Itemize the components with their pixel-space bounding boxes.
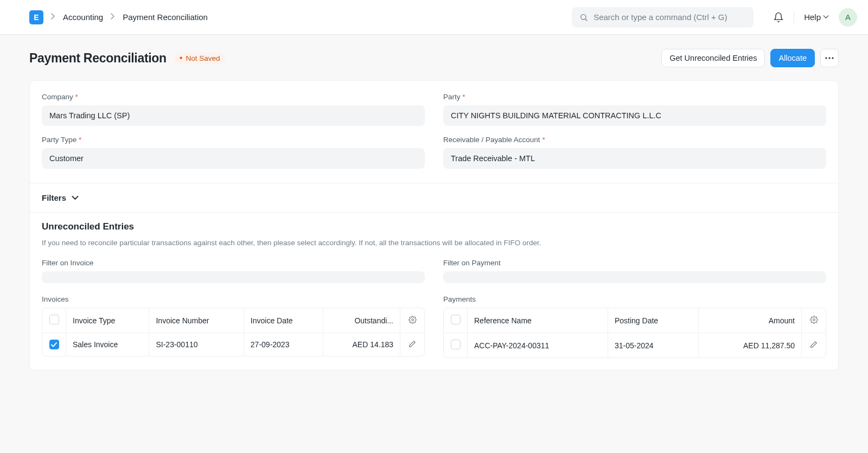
main-card: Company * Mars Trading LLC (SP) Party * … bbox=[29, 80, 839, 371]
cell-posting-date: 31-05-2024 bbox=[608, 333, 699, 358]
party-field: Party * CITY NIGHTS BUILDING MATERIAL CO… bbox=[443, 93, 826, 126]
party-type-label: Party Type * bbox=[42, 136, 425, 144]
svg-point-2 bbox=[825, 57, 827, 59]
checkbox-icon bbox=[451, 315, 461, 324]
logo-letter: E bbox=[34, 13, 39, 22]
party-type-input[interactable]: Customer bbox=[42, 148, 425, 169]
allocate-button[interactable]: Allocate bbox=[770, 49, 815, 67]
page-header-left: Payment Reconciliation • Not Saved bbox=[29, 51, 226, 66]
tables-row: Invoices Invoice Type Invoice Number Inv… bbox=[42, 295, 826, 358]
gear-icon bbox=[409, 316, 417, 324]
row-edit-button[interactable] bbox=[400, 333, 424, 356]
filter-inputs-row: Filter on Invoice Filter on Payment bbox=[42, 259, 826, 283]
breadcrumb-accounting[interactable]: Accounting bbox=[63, 12, 103, 22]
row-edit-button[interactable] bbox=[802, 333, 826, 358]
unreconciled-help: If you need to reconcile particular tran… bbox=[42, 239, 826, 247]
payments-table: Reference Name Posting Date Amount bbox=[443, 308, 826, 358]
checkbox-icon bbox=[451, 340, 461, 349]
cell-invoice-number: SI-23-00110 bbox=[149, 333, 244, 356]
checkbox-checked-icon bbox=[49, 340, 59, 349]
app-logo[interactable]: E bbox=[29, 10, 43, 24]
party-label: Party * bbox=[443, 93, 826, 101]
payments-label: Payments bbox=[443, 295, 826, 303]
get-unreconciled-button[interactable]: Get Unreconciled Entries bbox=[661, 49, 765, 67]
page-actions: Get Unreconciled Entries Allocate bbox=[661, 49, 839, 67]
table-row[interactable]: ACC-PAY-2024-00311 31-05-2024 AED 11,287… bbox=[444, 333, 826, 358]
nav-left: E Accounting Payment Reconciliation bbox=[29, 10, 572, 24]
table-settings-button[interactable] bbox=[802, 308, 826, 333]
user-avatar[interactable]: A bbox=[839, 8, 857, 27]
search-icon bbox=[579, 13, 588, 22]
svg-point-3 bbox=[828, 57, 830, 59]
help-menu[interactable]: Help bbox=[804, 12, 829, 22]
svg-line-1 bbox=[585, 19, 587, 21]
filter-payment-field: Filter on Payment bbox=[443, 259, 826, 283]
company-label: Company * bbox=[42, 93, 425, 101]
invoices-table: Invoice Type Invoice Number Invoice Date… bbox=[42, 308, 425, 356]
table-header-row: Reference Name Posting Date Amount bbox=[444, 308, 826, 333]
table-settings-button[interactable] bbox=[400, 308, 424, 333]
account-label: Receivable / Payable Account * bbox=[443, 136, 826, 144]
party-input[interactable]: CITY NIGHTS BUILDING MATERIAL CONTRACTIN… bbox=[443, 105, 826, 126]
row-checkbox-cell[interactable] bbox=[42, 333, 66, 356]
page: Payment Reconciliation • Not Saved Get U… bbox=[0, 35, 868, 392]
unreconciled-title: Unreconciled Entries bbox=[42, 221, 826, 232]
filter-payment-input[interactable] bbox=[443, 271, 826, 283]
gear-icon bbox=[810, 316, 818, 324]
more-menu-button[interactable] bbox=[820, 49, 839, 67]
help-label: Help bbox=[804, 12, 821, 22]
bell-icon bbox=[773, 12, 784, 23]
invoices-table-wrap: Invoices Invoice Type Invoice Number Inv… bbox=[42, 295, 425, 358]
cell-invoice-date: 27-09-2023 bbox=[244, 333, 323, 356]
svg-point-5 bbox=[411, 318, 413, 321]
chevron-down-icon bbox=[72, 196, 79, 200]
cell-invoice-type: Sales Invoice bbox=[66, 333, 149, 356]
select-all-cell[interactable] bbox=[444, 308, 468, 333]
chevron-down-icon bbox=[823, 15, 829, 19]
filter-invoice-input[interactable] bbox=[42, 271, 425, 283]
table-header-row: Invoice Type Invoice Number Invoice Date… bbox=[42, 308, 424, 333]
search-input[interactable]: Search or type a command (Ctrl + G) bbox=[572, 7, 754, 28]
select-all-cell[interactable] bbox=[42, 308, 66, 333]
pencil-icon bbox=[810, 341, 818, 348]
search-placeholder: Search or type a command (Ctrl + G) bbox=[593, 12, 727, 22]
account-input[interactable]: Trade Receivable - MTL bbox=[443, 148, 826, 169]
company-field: Company * Mars Trading LLC (SP) bbox=[42, 93, 425, 126]
navbar: E Accounting Payment Reconciliation Sear… bbox=[0, 0, 868, 35]
company-input[interactable]: Mars Trading LLC (SP) bbox=[42, 105, 425, 126]
cell-reference-name: ACC-PAY-2024-00311 bbox=[468, 333, 608, 358]
party-type-field: Party Type * Customer bbox=[42, 136, 425, 169]
filter-invoice-field: Filter on Invoice bbox=[42, 259, 425, 283]
filters-toggle[interactable]: Filters bbox=[30, 183, 838, 212]
page-header: Payment Reconciliation • Not Saved Get U… bbox=[29, 49, 839, 67]
col-outstanding[interactable]: Outstandi... bbox=[323, 308, 400, 333]
notifications-button[interactable] bbox=[763, 11, 794, 24]
account-field: Receivable / Payable Account * Trade Rec… bbox=[443, 136, 826, 169]
checkbox-icon bbox=[49, 315, 59, 324]
filter-payment-label: Filter on Payment bbox=[443, 259, 826, 267]
filter-invoice-label: Filter on Invoice bbox=[42, 259, 425, 267]
pencil-icon bbox=[409, 340, 416, 348]
status-text: Not Saved bbox=[186, 54, 220, 62]
ellipsis-icon bbox=[825, 57, 834, 59]
filters-label: Filters bbox=[42, 193, 66, 202]
col-reference-name[interactable]: Reference Name bbox=[468, 308, 608, 333]
row-checkbox-cell[interactable] bbox=[444, 333, 468, 358]
breadcrumb-current: Payment Reconciliation bbox=[123, 12, 208, 22]
svg-point-4 bbox=[832, 57, 833, 59]
chevron-right-icon bbox=[51, 13, 55, 21]
chevron-right-icon bbox=[111, 13, 115, 21]
col-invoice-date[interactable]: Invoice Date bbox=[244, 308, 323, 333]
col-amount[interactable]: Amount bbox=[699, 308, 802, 333]
nav-right: Search or type a command (Ctrl + G) Help… bbox=[572, 7, 857, 28]
col-invoice-type[interactable]: Invoice Type bbox=[66, 308, 149, 333]
page-title: Payment Reconciliation bbox=[29, 51, 167, 66]
table-row[interactable]: Sales Invoice SI-23-00110 27-09-2023 AED… bbox=[42, 333, 424, 356]
status-badge: • Not Saved bbox=[174, 53, 226, 64]
avatar-letter: A bbox=[845, 12, 851, 22]
cell-outstanding: AED 14.183 bbox=[323, 333, 400, 356]
col-posting-date[interactable]: Posting Date bbox=[608, 308, 699, 333]
col-invoice-number[interactable]: Invoice Number bbox=[149, 308, 244, 333]
unreconciled-section: Unreconciled Entries If you need to reco… bbox=[30, 213, 838, 370]
form-grid: Company * Mars Trading LLC (SP) Party * … bbox=[30, 81, 838, 183]
